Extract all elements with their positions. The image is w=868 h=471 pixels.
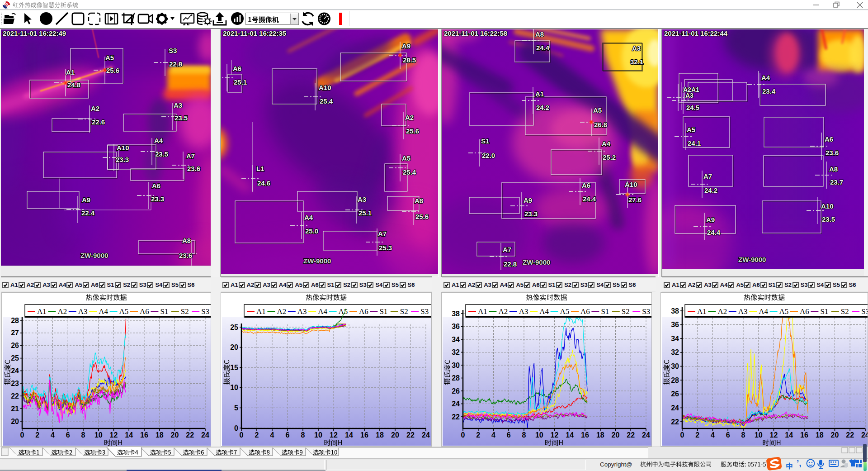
svg-text:’,: ’, xyxy=(797,458,802,468)
